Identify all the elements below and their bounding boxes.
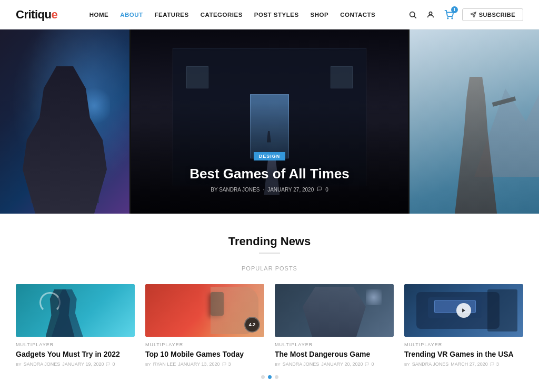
- hero-meta: BY SANDRA JONES · JANUARY 27, 2020 0: [142, 186, 397, 193]
- hero-slider: DESIGN Best Games of All Times BY SANDRA…: [0, 29, 539, 214]
- search-button[interactable]: [407, 9, 418, 20]
- card-category-3: MULTIPLAYER: [275, 342, 394, 347]
- hero-author: BY SANDRA JONES: [211, 187, 259, 193]
- comments-icon-4: [490, 362, 494, 366]
- card-image-2: 4.2: [145, 284, 264, 337]
- header-actions: 1 SUBSCRIBE: [407, 8, 523, 21]
- card-4[interactable]: MULTIPLAYER Trending VR Games in the USA…: [404, 284, 523, 367]
- hero-comments-icon: [317, 186, 322, 193]
- subscribe-label: SUBSCRIBE: [479, 12, 515, 18]
- rating-badge-2: 4.2: [244, 317, 260, 333]
- card-author-name-1: SANDRA JONES: [24, 361, 61, 367]
- subscribe-button[interactable]: SUBSCRIBE: [462, 8, 523, 21]
- section-subtitle: Popular Posts: [16, 265, 523, 272]
- card-title-2: Top 10 Mobile Games Today: [145, 349, 264, 359]
- section-title: Trending News: [16, 235, 523, 248]
- card-3[interactable]: MULTIPLAYER The Most Dangerous Game BY S…: [275, 284, 394, 367]
- cards-grid: MULTIPLAYER Gadgets You Must Try in 2022…: [16, 284, 523, 367]
- card-image-4: [404, 284, 523, 337]
- svg-point-4: [452, 18, 453, 19]
- comments-icon-3: [365, 362, 369, 366]
- card-image-3: [275, 284, 394, 337]
- svg-line-1: [414, 16, 416, 18]
- user-button[interactable]: [425, 9, 436, 20]
- card-by-4: BY: [404, 362, 410, 367]
- card-date-2: JANUARY 13, 2020: [178, 361, 219, 367]
- card-author-name-3: SANDRA JONES: [283, 361, 320, 367]
- hero-image-right: [410, 29, 539, 214]
- card-author-name-4: SANDRA JONES: [412, 361, 449, 367]
- dot-3[interactable]: [275, 375, 278, 379]
- cart-badge: 1: [451, 6, 458, 13]
- hero-title: Best Games of All Times: [142, 166, 397, 182]
- logo[interactable]: Critique: [16, 8, 57, 22]
- comments-icon-1: [106, 362, 110, 366]
- card-meta-2: BY RYAN LEE JANUARY 13, 2020 3: [145, 361, 264, 367]
- card-category-2: MULTIPLAYER: [145, 342, 264, 347]
- card-by-2: BY: [145, 362, 151, 367]
- card-comments-2: 3: [228, 361, 231, 367]
- card-category-4: MULTIPLAYER: [404, 342, 523, 347]
- card-meta-4: BY SANDRA JONES MARCH 27, 2020 3: [404, 361, 523, 367]
- section-divider: [259, 253, 280, 254]
- card-image-1: [16, 284, 135, 337]
- card-by-3: BY: [275, 362, 281, 367]
- card-category-1: MULTIPLAYER: [16, 342, 135, 347]
- nav-post-styles[interactable]: POST STYLES: [254, 12, 299, 18]
- hero-slide-right[interactable]: [410, 29, 539, 214]
- card-author-1: BY: [16, 362, 22, 367]
- nav-categories[interactable]: CATEGORIES: [201, 12, 243, 18]
- card-title-1: Gadgets You Must Try in 2022: [16, 349, 135, 359]
- svg-point-0: [410, 12, 414, 16]
- nav-about[interactable]: ABOUT: [120, 12, 143, 18]
- card-comments-1: 0: [112, 361, 115, 367]
- hero-slide-left[interactable]: [0, 29, 129, 214]
- hero-slide-center[interactable]: DESIGN Best Games of All Times BY SANDRA…: [131, 29, 408, 214]
- hero-date: JANUARY 27, 2020: [267, 187, 314, 193]
- nav-contacts[interactable]: CONTACTS: [340, 12, 375, 18]
- slider-dots: [16, 367, 523, 384]
- card-2[interactable]: 4.2 MULTIPLAYER Top 10 Mobile Games Toda…: [145, 284, 264, 367]
- play-badge-4: [456, 303, 471, 318]
- card-comments-3: 0: [371, 361, 374, 367]
- hero-separator: ·: [263, 187, 264, 193]
- logo-accent: e: [51, 8, 57, 21]
- main-nav: HOME ABOUT FEATURES CATEGORIES POST STYL…: [89, 12, 376, 18]
- card-date-1: JANUARY 19, 2020: [62, 361, 104, 367]
- comments-icon-2: [222, 362, 226, 366]
- dot-2[interactable]: [268, 375, 272, 379]
- hero-comments: 0: [325, 187, 328, 193]
- card-1[interactable]: MULTIPLAYER Gadgets You Must Try in 2022…: [16, 284, 135, 367]
- card-date-3: JANUARY 20, 2020: [321, 361, 363, 367]
- card-bg-1: [16, 284, 135, 337]
- nav-features[interactable]: FEATURES: [155, 12, 189, 18]
- header: Critique HOME ABOUT FEATURES CATEGORIES …: [0, 0, 539, 29]
- dot-1[interactable]: [261, 375, 265, 379]
- play-icon: [461, 308, 466, 313]
- card-bg-3: [275, 284, 394, 337]
- nav-home[interactable]: HOME: [89, 12, 109, 18]
- card-date-4: MARCH 27, 2020: [451, 361, 488, 367]
- hero-image-left: [0, 29, 129, 214]
- trending-section: Trending News Popular Posts MULTIPLAYER …: [0, 214, 539, 392]
- svg-point-3: [447, 18, 448, 19]
- hero-content: DESIGN Best Games of All Times BY SANDRA…: [131, 150, 408, 193]
- svg-point-2: [429, 12, 432, 14]
- hero-category: DESIGN: [254, 152, 286, 160]
- card-title-4: Trending VR Games in the USA: [404, 349, 523, 359]
- card-meta-3: BY SANDRA JONES JANUARY 20, 2020 0: [275, 361, 394, 367]
- card-title-3: The Most Dangerous Game: [275, 349, 394, 359]
- nav-shop[interactable]: SHOP: [311, 12, 329, 18]
- card-author-name-2: RYAN LEE: [153, 361, 176, 367]
- cart-wrapper: 1: [443, 9, 455, 21]
- card-meta-1: BY SANDRA JONES JANUARY 19, 2020 0: [16, 361, 135, 367]
- card-comments-4: 3: [496, 361, 499, 367]
- svg-marker-5: [462, 308, 465, 313]
